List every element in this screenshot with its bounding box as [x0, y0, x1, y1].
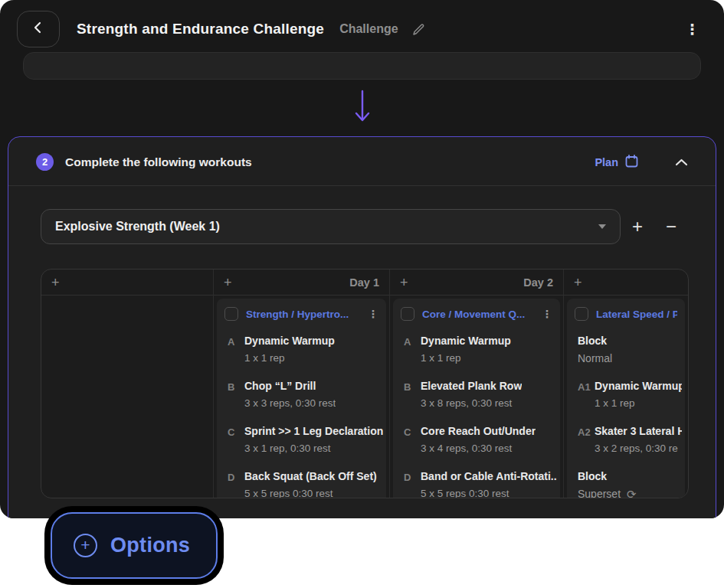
app-header: Strength and Endurance Challenge Challen… [0, 0, 724, 51]
week-select-dropdown[interactable]: Explosive Strength (Week 1) [41, 209, 621, 244]
block-type-label: Superset [578, 488, 621, 498]
exercise-detail: 5 x 5 reps 0:30 rest [244, 488, 377, 498]
exercise-label: C [220, 425, 244, 463]
exercise-row[interactable]: A2 Skater 3 Lateral Ho 3 x 2 reps, 0:30 … [567, 418, 685, 463]
exercise-label: B [396, 380, 421, 418]
exercise-detail: 3 x 4 reps, 0:30 rest [421, 443, 536, 454]
exercise-detail: 1 x 1 rep [595, 397, 682, 409]
workout-card-header: Strength / Hypertro... ⋮ [217, 299, 386, 328]
options-highlight-ring: + Options [44, 506, 224, 585]
exercise-row[interactable]: B Chop “L” Drill 3 x 3 reps, 0:30 rest [217, 373, 386, 418]
exercise-name: Core Reach Out/Under [421, 425, 536, 437]
block-type: Normal [578, 352, 682, 364]
page-type-label: Challenge [339, 22, 398, 36]
step-card-header: 2 Complete the following workouts Plan [8, 137, 716, 186]
edit-pencil-icon[interactable] [411, 22, 426, 37]
workout-board: + + Day 1 + Day 2 + [41, 269, 689, 498]
page-title: Strength and Endurance Challenge [77, 21, 324, 38]
exercise-row[interactable]: D Back Squat (Back Off Set) 5 x 5 reps 0… [217, 463, 386, 498]
workout-checkbox[interactable] [575, 307, 588, 321]
block-title: Block [578, 470, 682, 482]
options-button-label: Options [110, 534, 190, 557]
caret-down-icon [598, 224, 606, 229]
add-week-button[interactable]: + [621, 217, 654, 236]
exercise-detail: 1 x 1 rep [421, 352, 511, 364]
step-number-badge: 2 [36, 153, 54, 171]
workout-card-day2[interactable]: Core / Movement Q... ⋮ A Dynamic Warmup … [393, 299, 560, 498]
exercise-name: Sprint >> 1 Leg Declarations [244, 425, 383, 437]
plus-circle-icon: + [74, 534, 97, 557]
header-kebab-menu-icon[interactable]: ⋮ [682, 19, 703, 40]
week-select-value: Explosive Strength (Week 1) [55, 220, 598, 234]
exercise-row[interactable]: B Elevated Plank Row 3 x 8 reps, 0:30 re… [393, 373, 560, 418]
exercise-name: Chop “L” Drill [244, 380, 336, 392]
exercise-row[interactable]: D Band or Cable Anti-Rotati... 5 x 5 rep… [393, 463, 560, 498]
exercise-label: A [396, 335, 421, 373]
workout-title[interactable]: Strength / Hypertro... [246, 309, 360, 320]
collapse-step-button[interactable] [675, 155, 688, 169]
step-title: Complete the following workouts [65, 155, 252, 169]
step-card: 2 Complete the following workouts Plan E… [8, 136, 716, 518]
exercise-name: Band or Cable Anti-Rotati... [421, 470, 557, 482]
add-workout-icon[interactable]: + [400, 276, 408, 289]
block-row[interactable]: Block Normal [567, 328, 685, 373]
exercise-label: A2 [570, 425, 595, 463]
board-header-cell-3: + [564, 270, 688, 296]
exercise-detail: 3 x 2 reps, 0:30 re [595, 443, 682, 454]
back-button[interactable] [17, 11, 60, 47]
workout-kebab-menu-icon[interactable]: ⋮ [542, 308, 552, 320]
calendar-icon [625, 155, 638, 170]
block-title: Block [578, 335, 682, 347]
exercise-label: C [396, 425, 421, 463]
workout-card-day3[interactable]: Lateral Speed / Ply Block Normal A1 Dyna… [567, 299, 685, 498]
add-workout-icon[interactable]: + [51, 276, 60, 289]
exercise-name: Elevated Plank Row [421, 380, 522, 392]
chevron-left-icon [33, 21, 44, 37]
exercise-label: A [220, 335, 244, 373]
day-label: Day 2 [523, 276, 553, 289]
workout-title[interactable]: Lateral Speed / Ply [596, 309, 677, 320]
block-type: Superset ⟳ [578, 488, 682, 498]
exercise-label: A1 [570, 380, 595, 418]
chevron-up-icon [675, 155, 688, 169]
remove-week-button[interactable]: − [654, 217, 688, 236]
workout-checkbox[interactable] [401, 307, 414, 321]
block-row[interactable]: Block Superset ⟳ [567, 463, 685, 498]
superset-cycle-icon: ⟳ [627, 488, 637, 498]
exercise-detail: 3 x 1 rep, 0:30 rest [244, 443, 383, 454]
workout-title[interactable]: Core / Movement Q... [422, 309, 534, 320]
board-cell-empty[interactable] [41, 296, 214, 498]
plan-button[interactable]: Plan [595, 155, 638, 170]
exercise-name: Skater 3 Lateral Ho [595, 425, 682, 437]
exercise-row[interactable]: C Core Reach Out/Under 3 x 4 reps, 0:30 … [393, 418, 560, 463]
app-window: Strength and Endurance Challenge Challen… [0, 0, 724, 518]
workout-card-header: Core / Movement Q... ⋮ [393, 299, 560, 328]
exercise-name: Dynamic Warmup [244, 335, 335, 347]
board-header-cell-0: + [41, 270, 214, 296]
collapsed-step-card[interactable] [23, 52, 701, 80]
board-header-cell-1: + Day 1 [214, 270, 390, 296]
add-workout-icon[interactable]: + [574, 276, 582, 289]
exercise-row[interactable]: A Dynamic Warmup 1 x 1 rep [393, 328, 560, 373]
exercise-row[interactable]: A1 Dynamic Warmup 1 x 1 rep [567, 373, 685, 418]
flow-down-arrow-icon [0, 90, 724, 123]
plan-label: Plan [595, 156, 618, 168]
exercise-name: Dynamic Warmup [421, 335, 511, 347]
exercise-row[interactable]: A Dynamic Warmup 1 x 1 rep [217, 328, 386, 373]
board-header-cell-2: + Day 2 [390, 270, 564, 296]
exercise-detail: 3 x 8 reps, 0:30 rest [421, 397, 522, 409]
workout-checkbox[interactable] [224, 307, 238, 321]
workout-kebab-menu-icon[interactable]: ⋮ [368, 308, 378, 320]
workout-card-day1[interactable]: Strength / Hypertro... ⋮ A Dynamic Warmu… [217, 299, 386, 498]
exercise-label: B [220, 380, 244, 418]
exercise-label: D [396, 470, 421, 498]
options-button[interactable]: + Options [51, 512, 218, 579]
exercise-label: D [220, 470, 244, 498]
day-label: Day 1 [349, 276, 379, 289]
exercise-name: Dynamic Warmup [595, 380, 682, 392]
exercise-detail: 3 x 3 reps, 0:30 rest [244, 397, 336, 409]
add-workout-icon[interactable]: + [224, 276, 232, 289]
exercise-row[interactable]: C Sprint >> 1 Leg Declarations 3 x 1 rep… [217, 418, 386, 463]
exercise-name: Back Squat (Back Off Set) [244, 470, 377, 482]
board-cell-day3: Lateral Speed / Ply Block Normal A1 Dyna… [564, 296, 688, 498]
